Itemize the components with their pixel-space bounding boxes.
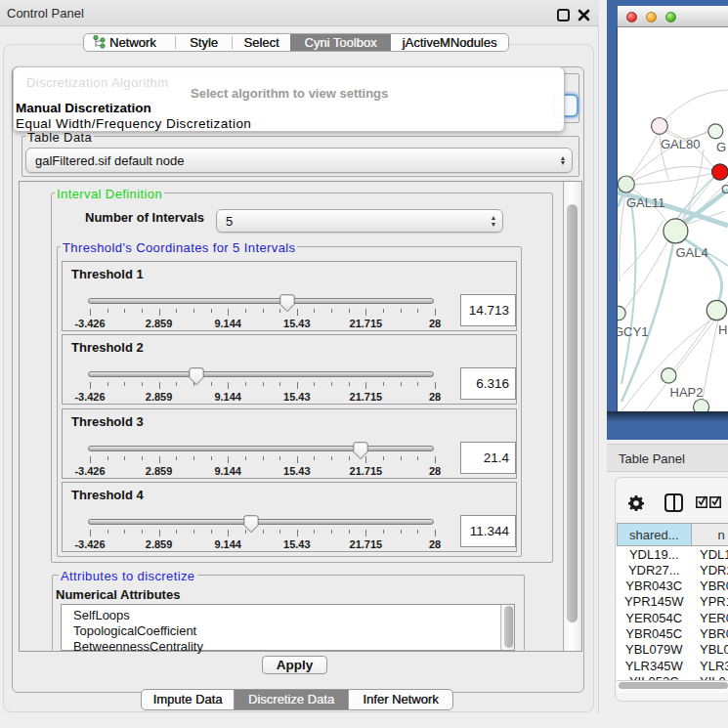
svg-text:C: C <box>721 182 728 196</box>
svg-text:H: H <box>718 322 727 337</box>
svg-text:GCY1: GCY1 <box>618 324 648 339</box>
svg-text:G: G <box>716 140 726 154</box>
svg-text:GAL11: GAL11 <box>626 195 665 210</box>
svg-text:GAL80: GAL80 <box>661 137 700 151</box>
svg-text:GAL4: GAL4 <box>676 245 708 260</box>
svg-text:HAP2: HAP2 <box>670 385 704 400</box>
